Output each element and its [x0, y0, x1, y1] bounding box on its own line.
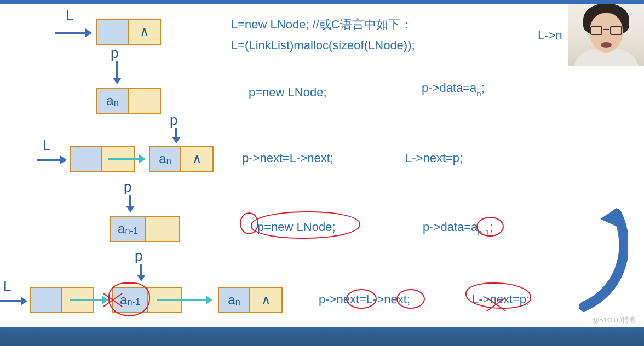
pointer-p-4: p [135, 247, 142, 264]
pointer-L-4: L [3, 278, 11, 295]
loop-arrow-icon [567, 203, 628, 312]
pointer-L-2: L [43, 137, 50, 154]
link-head-to-anm1 [70, 299, 107, 301]
new-node-anm1-detached: an-1 [110, 216, 180, 242]
code-p-new-1: p=new LNode; [249, 85, 327, 100]
node-an-2: an ∧ [149, 146, 214, 172]
arrow-L-4 [0, 300, 26, 302]
link-anm1-to-an [157, 299, 211, 301]
annotation-scribble-1 [240, 212, 258, 234]
pointer-p-2: p [170, 112, 177, 129]
code-Lnext-1: L->next=p; [405, 151, 463, 165]
code-p-data-an: p->data=an; [422, 81, 485, 96]
arrow-p-down-3 [129, 195, 131, 211]
code-L-next-cut: L->n [538, 28, 562, 43]
arrow-p-down-2 [175, 128, 177, 142]
link-head-to-an [108, 158, 145, 160]
new-node-an: an [96, 88, 161, 114]
code-pnext-2: p->next=L->next; [319, 292, 410, 307]
code-L-malloc: L=(LinkList)malloc(sizeof(LNode)); [231, 38, 415, 53]
code-p-data-anm1: p->data=an-1; [423, 220, 493, 235]
null-cell-1: ∧ [129, 20, 160, 44]
arrow-L-1 [55, 32, 91, 34]
head-node-1: ∧ [96, 19, 161, 45]
presenter-webcam [568, 4, 644, 66]
arrow-p-down-4 [140, 264, 142, 280]
bottom-bar [0, 327, 644, 346]
node-an-4: an ∧ [218, 287, 283, 313]
top-bar [0, 0, 644, 4]
arrow-L-2 [37, 159, 66, 161]
pointer-p-1: p [111, 45, 118, 62]
code-p-new-2: p=new LNode; [257, 220, 336, 234]
code-pnext-1: p->next=L->next; [242, 151, 334, 165]
pointer-L-1: L [66, 7, 73, 24]
arrow-p-down-1 [116, 61, 118, 83]
code-L-new: L=new LNode; //或C语言中如下： [231, 16, 412, 33]
pointer-p-3: p [124, 178, 131, 195]
watermark: @51CTO博客 [592, 315, 636, 325]
code-Lnext-2: L->next=p; [472, 292, 530, 307]
